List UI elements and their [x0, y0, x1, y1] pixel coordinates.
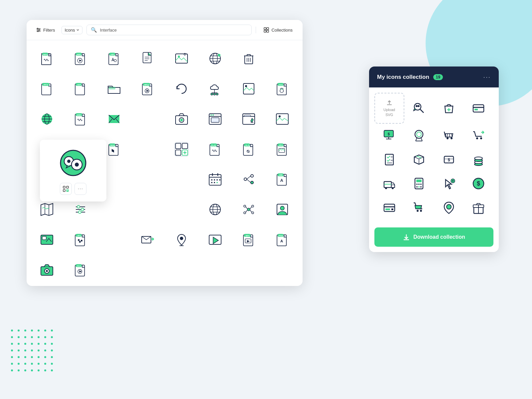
icon-document[interactable]	[131, 44, 165, 74]
icon-aac[interactable]: .AAC	[266, 74, 299, 104]
svg-point-274	[447, 204, 451, 209]
icon-camera[interactable]	[165, 104, 198, 134]
svg-point-28	[178, 56, 180, 58]
svg-point-252	[385, 187, 387, 189]
svg-rect-49	[109, 87, 115, 89]
icon-xd[interactable]: .XD A	[266, 164, 299, 195]
panel-icon-dollar-coin[interactable]: $	[464, 172, 494, 196]
panel-icon-receipt[interactable]	[374, 148, 404, 172]
svg-rect-60	[243, 83, 254, 94]
svg-point-147	[78, 211, 81, 213]
icon-image-upload[interactable]	[165, 44, 198, 74]
icon-photo-2[interactable]	[30, 225, 64, 255]
panel-icon-cart-check[interactable]	[404, 196, 434, 219]
panel-icon-credit-card-2[interactable]	[374, 196, 404, 219]
panel-icon-money-exchange[interactable]: $	[434, 148, 464, 172]
icon-mp4[interactable]: .MP4	[232, 225, 266, 255]
icon-mail[interactable]	[97, 104, 131, 134]
svg-rect-201	[66, 186, 68, 188]
panel-icon-search-chat[interactable]	[404, 93, 434, 124]
panel-icon-pos-display[interactable]: $	[374, 124, 404, 148]
filters-button[interactable]: Filters	[33, 26, 58, 34]
svg-point-232	[476, 137, 478, 139]
svg-point-125	[216, 179, 218, 181]
svg-rect-256	[416, 180, 422, 182]
icon-jpg[interactable]: .JPG	[266, 134, 299, 164]
icon-video-play[interactable]	[198, 225, 232, 255]
panel-icon-cart[interactable]	[434, 124, 464, 148]
icon-folder-open[interactable]	[97, 74, 131, 104]
icon-photo-frame[interactable]	[232, 74, 266, 104]
upload-svg-cell[interactable]: UploadSVG	[374, 93, 404, 124]
toolbar-divider	[256, 27, 256, 33]
icon-mail-send[interactable]	[131, 225, 165, 255]
icon-psd[interactable]: .PSD A	[266, 225, 299, 255]
download-collection-button[interactable]: Download collection	[374, 227, 493, 247]
icon-add-to-collection[interactable]	[165, 134, 198, 164]
panel-icon-credit-card[interactable]	[464, 93, 494, 124]
icon-network[interactable]	[232, 195, 266, 225]
icon-refresh[interactable]	[165, 74, 198, 104]
icon-wmv[interactable]: .WMV	[64, 44, 97, 74]
icon-browser-window[interactable]	[198, 104, 232, 134]
panel-icon-award[interactable]	[404, 124, 434, 148]
icon-cloud-network[interactable]	[198, 74, 232, 104]
svg-text:$: $	[448, 158, 450, 162]
svg-point-59	[216, 93, 218, 95]
icon-globe-3[interactable]	[198, 195, 232, 225]
collections-button[interactable]: Collections	[260, 26, 296, 34]
svg-point-5	[38, 31, 39, 32]
collections-panel: My icons collection 19 ··· UploadSVG	[369, 66, 499, 252]
panel-icon-coins[interactable]	[464, 148, 494, 172]
icon-odp[interactable]: .ODP	[64, 74, 97, 104]
panel-icon-gift[interactable]	[464, 196, 494, 219]
svg-text:.PPTX: .PPTX	[43, 84, 48, 86]
svg-line-223	[416, 138, 417, 141]
icon-flv[interactable]: .FLV	[64, 255, 97, 285]
icon-calendar[interactable]	[198, 164, 232, 195]
icon-flac[interactable]: .FLAC	[198, 134, 232, 164]
popup-more-btn[interactable]: ···	[74, 183, 86, 195]
icon-xls[interactable]: .XLS	[232, 134, 266, 164]
panel-icon-shopping-bag-add[interactable]	[434, 93, 464, 124]
icon-globe[interactable]	[198, 44, 232, 74]
panel-more-menu[interactable]: ···	[483, 73, 491, 81]
icon-photo-edit[interactable]	[266, 104, 299, 134]
icon-jpg-2[interactable]: .JPG	[64, 225, 97, 255]
svg-point-249	[474, 157, 482, 160]
svg-point-132	[251, 181, 253, 184]
svg-rect-23	[143, 53, 151, 63]
svg-marker-139	[41, 203, 53, 215]
icon-mpeg[interactable]: .MPEG	[131, 74, 165, 104]
search-bar[interactable]: 🔍 Interface	[86, 25, 252, 35]
panel-icon-cursor[interactable]	[434, 172, 464, 196]
icon-wma[interactable]: .WMA	[64, 104, 97, 134]
icon-pptx[interactable]: .PPTX	[30, 74, 64, 104]
svg-line-159	[250, 207, 252, 209]
svg-point-170	[79, 241, 80, 242]
svg-point-123	[211, 179, 212, 181]
panel-icon-package[interactable]	[404, 148, 434, 172]
filters-icon	[36, 27, 41, 33]
panel-icon-calculator[interactable]	[404, 172, 434, 196]
panel-icon-cart-delivery[interactable]	[464, 124, 494, 148]
svg-point-174	[180, 237, 183, 240]
svg-point-199	[75, 163, 79, 167]
icon-aiff[interactable]: .AIFF	[97, 44, 131, 74]
panel-icon-delivery[interactable]	[374, 172, 404, 196]
icon-connection[interactable]	[232, 164, 266, 195]
icon-browser-edit[interactable]	[232, 104, 266, 134]
svg-text:.JPG: .JPG	[278, 144, 283, 146]
icons-dropdown[interactable]: Icons	[62, 26, 82, 34]
add-to-collection-btn[interactable]	[60, 183, 72, 195]
icon-empty-6	[165, 164, 198, 195]
panel-icon-location[interactable]	[434, 196, 464, 219]
icon-camera-2[interactable]	[30, 255, 64, 285]
svg-point-79	[180, 119, 183, 121]
icon-globe-2[interactable]	[30, 104, 64, 134]
icon-wav[interactable]: .WAV	[30, 44, 64, 74]
svg-point-145	[77, 205, 80, 208]
icon-profile[interactable]	[266, 195, 299, 225]
icon-trash[interactable]	[232, 44, 266, 74]
icon-location-pin-2[interactable]	[165, 225, 198, 255]
